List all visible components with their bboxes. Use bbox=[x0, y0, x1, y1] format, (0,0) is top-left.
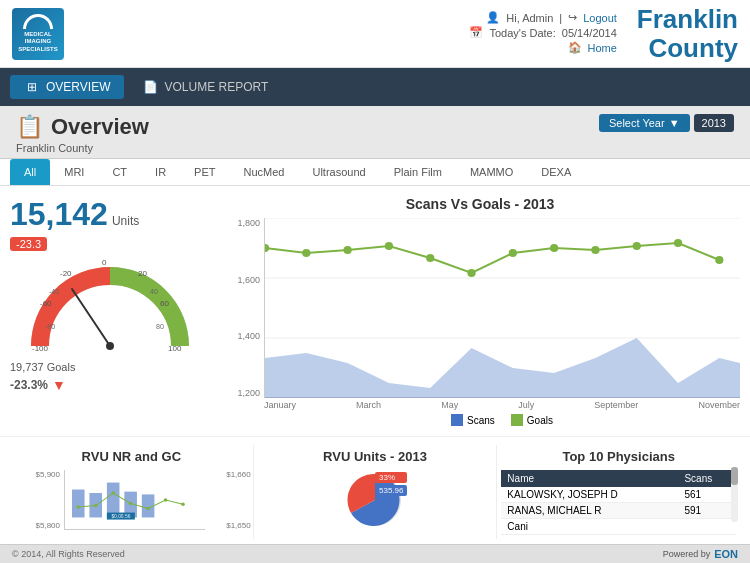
user-icon: 👤 bbox=[486, 11, 500, 24]
page-subtitle: Franklin County bbox=[16, 142, 149, 154]
tab-nucmed[interactable]: NucMed bbox=[229, 159, 298, 185]
doc-icon: 📋 bbox=[16, 114, 43, 140]
svg-point-24 bbox=[550, 244, 558, 252]
percentage-value: -23.3% bbox=[10, 378, 48, 392]
separator: | bbox=[559, 12, 562, 24]
tab-plain-film[interactable]: Plain Film bbox=[380, 159, 456, 185]
gauge-area: -100 -60 -20 0 20 60 100 -80 -40 40 80 bbox=[20, 251, 200, 361]
svg-line-0 bbox=[72, 289, 110, 346]
svg-point-18 bbox=[302, 249, 310, 257]
svg-text:80: 80 bbox=[156, 323, 164, 330]
svg-point-17 bbox=[265, 244, 269, 252]
rvu-y-left: $5,900 $5,800 bbox=[14, 470, 60, 530]
main-content-grid: 15,142 Units -23.3 -100 - bbox=[0, 186, 750, 436]
overview-icon: ⊞ bbox=[24, 79, 40, 95]
svg-point-23 bbox=[509, 249, 517, 257]
date-label: Today's Date: bbox=[489, 27, 555, 39]
svg-rect-31 bbox=[107, 483, 120, 518]
content-area: All MRI CT IR PET NucMed Ultrasound Plai… bbox=[0, 159, 750, 547]
svg-point-26 bbox=[633, 242, 641, 250]
tab-ir[interactable]: IR bbox=[141, 159, 180, 185]
legend-scans: Scans bbox=[451, 414, 495, 426]
legend-goals: Goals bbox=[511, 414, 553, 426]
home-link[interactable]: Home bbox=[588, 42, 617, 54]
physician-scans: 561 bbox=[678, 487, 736, 503]
year-select-button[interactable]: Select Year ▼ bbox=[599, 114, 690, 132]
svg-point-38 bbox=[146, 507, 149, 510]
rvu-label-1: 33% bbox=[375, 472, 407, 483]
table-row: Cani bbox=[501, 519, 736, 535]
svg-rect-29 bbox=[72, 490, 85, 518]
physicians-table: Name Scans KALOWSKY, JOSEPH D 561 RANAS,… bbox=[501, 470, 736, 535]
tab-ultrasound[interactable]: Ultrasound bbox=[298, 159, 379, 185]
calendar-icon: 📅 bbox=[469, 26, 483, 39]
svg-point-40 bbox=[181, 502, 184, 505]
volume-icon: 📄 bbox=[142, 79, 158, 95]
svg-point-20 bbox=[385, 242, 393, 250]
svg-point-1 bbox=[106, 342, 114, 350]
copyright: © 2014, All Rights Reserved bbox=[12, 549, 125, 559]
svg-point-21 bbox=[426, 254, 434, 262]
rvu-nr-gc-title: RVU NR and GC bbox=[14, 449, 249, 464]
goals-text: 19,737 Goals bbox=[10, 361, 210, 373]
tab-ct[interactable]: CT bbox=[98, 159, 141, 185]
svg-text:20: 20 bbox=[138, 269, 147, 278]
svg-text:60: 60 bbox=[160, 299, 169, 308]
nav-overview[interactable]: ⊞ OVERVIEW bbox=[10, 75, 124, 99]
table-row: RANAS, MICHAEL R 591 bbox=[501, 503, 736, 519]
svg-text:100: 100 bbox=[168, 344, 182, 353]
scrollbar-thumb[interactable] bbox=[731, 467, 738, 485]
nav-volume-report[interactable]: 📄 VOLUME REPORT bbox=[128, 75, 282, 99]
scrollbar-track[interactable] bbox=[731, 467, 738, 522]
top-physicians-title: Top 10 Physicians bbox=[501, 449, 736, 464]
physicians-table-wrapper[interactable]: Name Scans KALOWSKY, JOSEPH D 561 RANAS,… bbox=[501, 470, 736, 535]
svg-text:40: 40 bbox=[150, 288, 158, 295]
page-title: Overview bbox=[51, 114, 149, 140]
tab-dexa[interactable]: DEXA bbox=[527, 159, 585, 185]
svg-point-37 bbox=[129, 502, 132, 505]
rvu-label-2: 535.96 bbox=[375, 485, 407, 496]
svg-point-35 bbox=[94, 504, 97, 507]
svg-point-28 bbox=[715, 256, 723, 264]
physician-name: RANAS, MICHAEL R bbox=[501, 503, 678, 519]
brand-name: Franklin County bbox=[637, 5, 738, 62]
tab-all[interactable]: All bbox=[10, 159, 50, 185]
powered-by-area: Powered by EON bbox=[663, 548, 738, 560]
top-header: MEDICALIMAGINGSPECIALISTS 👤 Hi, Admin | … bbox=[0, 0, 750, 68]
physician-scans bbox=[678, 519, 736, 535]
x-axis-labels: January March May July September Novembe… bbox=[264, 398, 740, 410]
logo-area: MEDICALIMAGINGSPECIALISTS bbox=[12, 8, 64, 60]
units-label: Units bbox=[112, 214, 139, 228]
svg-point-39 bbox=[164, 498, 167, 501]
scans-color bbox=[451, 414, 463, 426]
rvu-nr-gc-panel: RVU NR and GC $5,900 $5,800 $1,660 $1,65… bbox=[10, 445, 253, 539]
svg-text:-40: -40 bbox=[49, 288, 59, 295]
rvu-units-title: RVU Units - 2013 bbox=[258, 449, 493, 464]
svg-point-34 bbox=[77, 505, 80, 508]
badge-value: -23.3 bbox=[10, 237, 47, 251]
svg-marker-16 bbox=[265, 338, 740, 398]
svg-text:-20: -20 bbox=[60, 269, 72, 278]
physician-name: KALOWSKY, JOSEPH D bbox=[501, 487, 678, 503]
logout-link[interactable]: Logout bbox=[583, 12, 617, 24]
tab-mri[interactable]: MRI bbox=[50, 159, 98, 185]
svg-point-27 bbox=[674, 239, 682, 247]
col-name-header: Name bbox=[501, 470, 678, 487]
footer: © 2014, All Rights Reserved Powered by E… bbox=[0, 544, 750, 563]
eon-logo: EON bbox=[714, 548, 738, 560]
tab-pet[interactable]: PET bbox=[180, 159, 229, 185]
table-row: KALOWSKY, JOSEPH D 561 bbox=[501, 487, 736, 503]
chart-legend: Scans Goals bbox=[264, 414, 740, 426]
svg-point-25 bbox=[591, 246, 599, 254]
nav-bar: ⊞ OVERVIEW 📄 VOLUME REPORT bbox=[0, 68, 750, 106]
page-title-area: 📋 Overview bbox=[16, 114, 149, 140]
tab-mammo[interactable]: MAMMO bbox=[456, 159, 527, 185]
goals-color bbox=[511, 414, 523, 426]
header-meta: 👤 Hi, Admin | ↪ Logout 📅 Today's Date: 0… bbox=[64, 11, 637, 56]
main-chart-area bbox=[264, 218, 740, 398]
rvu-mini-chart: $0,00.56 bbox=[64, 470, 205, 530]
chevron-down-icon: ▼ bbox=[669, 117, 680, 129]
physician-name: Cani bbox=[501, 519, 678, 535]
share-icon: ↪ bbox=[568, 11, 577, 24]
col-scans-header: Scans bbox=[678, 470, 736, 487]
